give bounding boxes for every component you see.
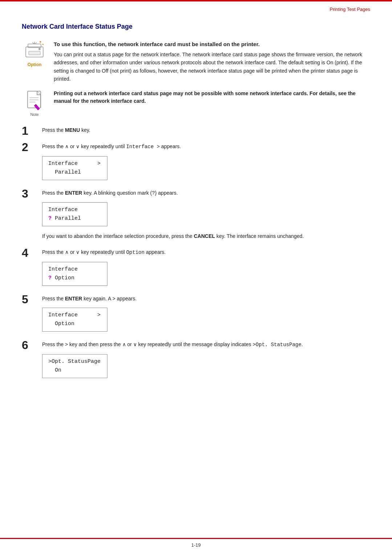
header-title: Printing Test Pages: [330, 6, 370, 13]
section-heading: Network Card Interface Status Page: [22, 22, 370, 32]
footer-page-number: 1-19: [0, 542, 392, 549]
step-3-lcd-line1: Interface: [48, 206, 101, 214]
step-4-lcd: Interface ? Option: [42, 262, 107, 286]
step-4-content: Press the ∧ or ∨ key repeatedly until Op…: [42, 248, 370, 289]
option-printer-icon: ✦ ✦: [24, 40, 45, 61]
option-icon-box: ✦ ✦ Option: [22, 40, 47, 68]
option-label: Option: [28, 61, 42, 68]
svg-text:✦: ✦: [39, 40, 42, 44]
step-4-number: 4: [22, 247, 42, 259]
step-3-lcd-line2: ? Parallel: [48, 214, 101, 223]
step-6-lcd-line2: On: [48, 366, 101, 375]
svg-rect-2: [29, 51, 40, 55]
step-3-content: Press the ENTER key. A blinking question…: [42, 189, 370, 243]
svg-rect-13: [34, 104, 40, 110]
step-3-lcd: Interface ? Parallel: [42, 202, 107, 226]
step-2-lcd: Interface > Parallel: [42, 156, 107, 180]
page-header: Printing Test Pages: [0, 1, 392, 15]
step-5-text: Press the ENTER key again. A > appears.: [42, 295, 370, 303]
step-4-text: Press the ∧ or ∨ key repeatedly until Op…: [42, 248, 370, 256]
step-4-cursor: ?: [48, 275, 52, 281]
svg-text:✦: ✦: [42, 43, 44, 46]
step-2-number: 2: [22, 141, 42, 154]
step-4-lcd-line2: ? Option: [48, 274, 101, 283]
step-3-note-text: If you want to abandon the interface sel…: [42, 232, 370, 240]
step-5: 5 Press the ENTER key again. A > appears…: [22, 295, 370, 335]
step-5-enter-bold: ENTER: [65, 296, 82, 301]
note-block: Note Printing out a network interface ca…: [22, 90, 370, 118]
main-content: Network Card Interface Status Page ✦ ✦: [0, 15, 392, 409]
step-5-lcd-line1: Interface >: [48, 311, 101, 320]
note-label: Note: [30, 112, 38, 118]
step-5-content: Press the ENTER key again. A > appears. …: [42, 295, 370, 335]
step-6: 6 Press the > key and then press the ∧ o…: [22, 340, 370, 381]
note-document-icon: [25, 90, 45, 111]
note-bold-text: Printing out a network interface card st…: [54, 90, 370, 105]
step-3-cursor: ?: [48, 215, 52, 222]
step-2: 2 Press the ∧ or ∨ key repeatedly until …: [22, 142, 370, 183]
step-6-number: 6: [22, 339, 42, 352]
step-6-lcd-line1: >Opt. StatusPage: [48, 357, 101, 366]
step-4: 4 Press the ∧ or ∨ key repeatedly until …: [22, 248, 370, 289]
step-1-content: Press the MENU key.: [42, 126, 370, 137]
step-5-lcd: Interface > Option: [42, 308, 107, 332]
note-text-block: Printing out a network interface card st…: [54, 90, 370, 107]
step-6-text: Press the > key and then press the ∧ or …: [42, 340, 370, 349]
option-body-text: You can print out a status page for the …: [54, 50, 370, 83]
step-2-lcd-line2: Parallel: [48, 168, 101, 177]
step-1-text: Press the MENU key.: [42, 126, 370, 134]
footer-rule: [0, 538, 392, 539]
step-3-number: 3: [22, 187, 42, 200]
step-1: 1 Press the MENU key.: [22, 126, 370, 137]
step-2-mono: Interface >: [126, 144, 160, 150]
step-5-number: 5: [22, 293, 42, 306]
step-4-lcd-line1: Interface: [48, 265, 101, 274]
option-bold-intro: To use this function, the network interf…: [54, 40, 370, 49]
step-4-mono: Option: [126, 250, 144, 255]
step-3-qmark: ?: [152, 190, 155, 196]
step-5-lcd-line2: Option: [48, 320, 101, 328]
step-3-text: Press the ENTER key. A blinking question…: [42, 189, 370, 197]
step-2-text: Press the ∧ or ∨ key repeatedly until In…: [42, 142, 370, 151]
step-3-enter-bold: ENTER: [65, 190, 82, 196]
step-3: 3 Press the ENTER key. A blinking questi…: [22, 189, 370, 243]
step-6-content: Press the > key and then press the ∧ or …: [42, 340, 370, 381]
steps-area: 1 Press the MENU key. 2 Press the ∧ or ∨…: [22, 126, 370, 382]
option-text-block: To use this function, the network interf…: [54, 40, 370, 83]
option-intro-block: ✦ ✦ Option To use this function, the net…: [22, 40, 370, 83]
note-icon-box: Note: [22, 90, 47, 118]
step-1-number: 1: [22, 125, 42, 137]
step-6-mono: >Opt. StatusPage: [253, 342, 301, 348]
step-2-content: Press the ∧ or ∨ key repeatedly until In…: [42, 142, 370, 183]
step-2-lcd-line1: Interface >: [48, 159, 101, 168]
step-6-lcd: >Opt. StatusPage On: [42, 354, 107, 378]
svg-point-3: [38, 48, 41, 50]
step-3-cancel-bold: CANCEL: [194, 233, 215, 239]
step-1-menu-bold: MENU: [65, 127, 80, 133]
